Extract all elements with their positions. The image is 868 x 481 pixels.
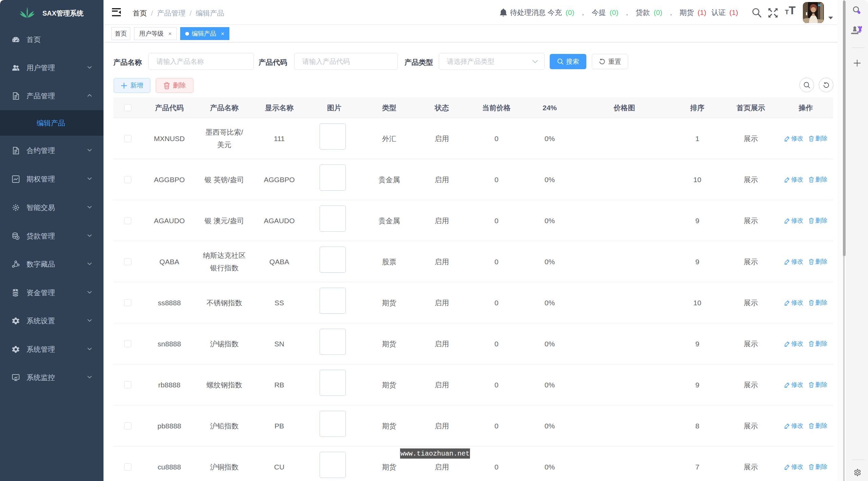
svg-text:$: $ [15,289,16,292]
